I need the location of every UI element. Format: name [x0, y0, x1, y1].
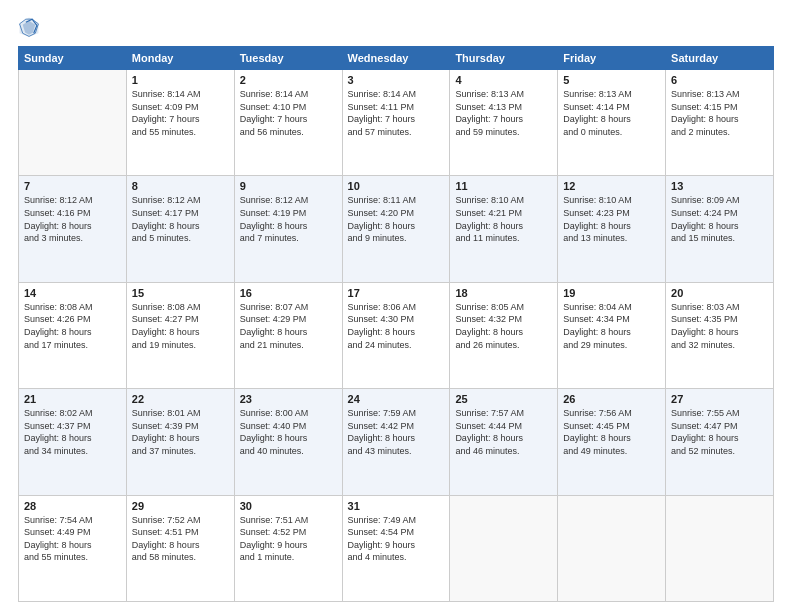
day-number: 12 [563, 180, 660, 192]
day-info: Sunrise: 7:59 AM Sunset: 4:42 PM Dayligh… [348, 407, 445, 457]
weekday-header-saturday: Saturday [666, 47, 774, 70]
day-info: Sunrise: 8:13 AM Sunset: 4:14 PM Dayligh… [563, 88, 660, 138]
day-info: Sunrise: 7:54 AM Sunset: 4:49 PM Dayligh… [24, 514, 121, 564]
day-info: Sunrise: 7:55 AM Sunset: 4:47 PM Dayligh… [671, 407, 768, 457]
day-info: Sunrise: 8:14 AM Sunset: 4:09 PM Dayligh… [132, 88, 229, 138]
day-info: Sunrise: 8:13 AM Sunset: 4:15 PM Dayligh… [671, 88, 768, 138]
day-number: 25 [455, 393, 552, 405]
day-info: Sunrise: 7:57 AM Sunset: 4:44 PM Dayligh… [455, 407, 552, 457]
calendar-cell: 23Sunrise: 8:00 AM Sunset: 4:40 PM Dayli… [234, 389, 342, 495]
calendar-cell [450, 495, 558, 601]
day-info: Sunrise: 8:07 AM Sunset: 4:29 PM Dayligh… [240, 301, 337, 351]
calendar-cell: 12Sunrise: 8:10 AM Sunset: 4:23 PM Dayli… [558, 176, 666, 282]
calendar-week-row: 28Sunrise: 7:54 AM Sunset: 4:49 PM Dayli… [19, 495, 774, 601]
weekday-header-monday: Monday [126, 47, 234, 70]
weekday-header-sunday: Sunday [19, 47, 127, 70]
calendar-cell: 19Sunrise: 8:04 AM Sunset: 4:34 PM Dayli… [558, 282, 666, 388]
day-number: 15 [132, 287, 229, 299]
day-number: 23 [240, 393, 337, 405]
day-info: Sunrise: 8:08 AM Sunset: 4:27 PM Dayligh… [132, 301, 229, 351]
day-number: 26 [563, 393, 660, 405]
calendar-cell: 4Sunrise: 8:13 AM Sunset: 4:13 PM Daylig… [450, 70, 558, 176]
calendar-cell: 29Sunrise: 7:52 AM Sunset: 4:51 PM Dayli… [126, 495, 234, 601]
day-number: 3 [348, 74, 445, 86]
day-info: Sunrise: 8:10 AM Sunset: 4:21 PM Dayligh… [455, 194, 552, 244]
calendar-cell: 7Sunrise: 8:12 AM Sunset: 4:16 PM Daylig… [19, 176, 127, 282]
day-info: Sunrise: 8:14 AM Sunset: 4:10 PM Dayligh… [240, 88, 337, 138]
day-info: Sunrise: 8:00 AM Sunset: 4:40 PM Dayligh… [240, 407, 337, 457]
day-info: Sunrise: 8:13 AM Sunset: 4:13 PM Dayligh… [455, 88, 552, 138]
day-number: 6 [671, 74, 768, 86]
logo [18, 16, 42, 38]
day-info: Sunrise: 8:12 AM Sunset: 4:17 PM Dayligh… [132, 194, 229, 244]
day-info: Sunrise: 7:52 AM Sunset: 4:51 PM Dayligh… [132, 514, 229, 564]
day-number: 16 [240, 287, 337, 299]
weekday-header-row: SundayMondayTuesdayWednesdayThursdayFrid… [19, 47, 774, 70]
day-number: 14 [24, 287, 121, 299]
calendar-cell: 26Sunrise: 7:56 AM Sunset: 4:45 PM Dayli… [558, 389, 666, 495]
day-info: Sunrise: 8:04 AM Sunset: 4:34 PM Dayligh… [563, 301, 660, 351]
day-info: Sunrise: 7:49 AM Sunset: 4:54 PM Dayligh… [348, 514, 445, 564]
calendar-cell: 22Sunrise: 8:01 AM Sunset: 4:39 PM Dayli… [126, 389, 234, 495]
day-number: 4 [455, 74, 552, 86]
day-info: Sunrise: 8:10 AM Sunset: 4:23 PM Dayligh… [563, 194, 660, 244]
calendar-cell: 18Sunrise: 8:05 AM Sunset: 4:32 PM Dayli… [450, 282, 558, 388]
calendar-cell: 24Sunrise: 7:59 AM Sunset: 4:42 PM Dayli… [342, 389, 450, 495]
calendar-cell [666, 495, 774, 601]
calendar-cell: 21Sunrise: 8:02 AM Sunset: 4:37 PM Dayli… [19, 389, 127, 495]
calendar-week-row: 7Sunrise: 8:12 AM Sunset: 4:16 PM Daylig… [19, 176, 774, 282]
logo-icon [18, 16, 40, 38]
day-number: 30 [240, 500, 337, 512]
calendar-cell: 17Sunrise: 8:06 AM Sunset: 4:30 PM Dayli… [342, 282, 450, 388]
calendar-cell: 31Sunrise: 7:49 AM Sunset: 4:54 PM Dayli… [342, 495, 450, 601]
day-info: Sunrise: 8:12 AM Sunset: 4:19 PM Dayligh… [240, 194, 337, 244]
calendar-cell: 6Sunrise: 8:13 AM Sunset: 4:15 PM Daylig… [666, 70, 774, 176]
day-number: 8 [132, 180, 229, 192]
calendar-cell: 10Sunrise: 8:11 AM Sunset: 4:20 PM Dayli… [342, 176, 450, 282]
calendar-cell: 20Sunrise: 8:03 AM Sunset: 4:35 PM Dayli… [666, 282, 774, 388]
day-info: Sunrise: 8:12 AM Sunset: 4:16 PM Dayligh… [24, 194, 121, 244]
day-info: Sunrise: 7:56 AM Sunset: 4:45 PM Dayligh… [563, 407, 660, 457]
day-number: 28 [24, 500, 121, 512]
calendar-cell: 2Sunrise: 8:14 AM Sunset: 4:10 PM Daylig… [234, 70, 342, 176]
day-number: 20 [671, 287, 768, 299]
calendar-cell: 25Sunrise: 7:57 AM Sunset: 4:44 PM Dayli… [450, 389, 558, 495]
calendar-week-row: 21Sunrise: 8:02 AM Sunset: 4:37 PM Dayli… [19, 389, 774, 495]
day-number: 1 [132, 74, 229, 86]
calendar-cell: 1Sunrise: 8:14 AM Sunset: 4:09 PM Daylig… [126, 70, 234, 176]
day-number: 24 [348, 393, 445, 405]
calendar-cell: 14Sunrise: 8:08 AM Sunset: 4:26 PM Dayli… [19, 282, 127, 388]
calendar-cell: 9Sunrise: 8:12 AM Sunset: 4:19 PM Daylig… [234, 176, 342, 282]
calendar-cell: 3Sunrise: 8:14 AM Sunset: 4:11 PM Daylig… [342, 70, 450, 176]
calendar-cell: 28Sunrise: 7:54 AM Sunset: 4:49 PM Dayli… [19, 495, 127, 601]
calendar-cell: 15Sunrise: 8:08 AM Sunset: 4:27 PM Dayli… [126, 282, 234, 388]
day-number: 29 [132, 500, 229, 512]
day-number: 18 [455, 287, 552, 299]
calendar-cell [558, 495, 666, 601]
calendar-cell: 11Sunrise: 8:10 AM Sunset: 4:21 PM Dayli… [450, 176, 558, 282]
day-number: 17 [348, 287, 445, 299]
weekday-header-wednesday: Wednesday [342, 47, 450, 70]
calendar-cell: 16Sunrise: 8:07 AM Sunset: 4:29 PM Dayli… [234, 282, 342, 388]
day-number: 7 [24, 180, 121, 192]
day-number: 19 [563, 287, 660, 299]
weekday-header-tuesday: Tuesday [234, 47, 342, 70]
day-number: 5 [563, 74, 660, 86]
calendar-cell: 27Sunrise: 7:55 AM Sunset: 4:47 PM Dayli… [666, 389, 774, 495]
calendar-cell: 30Sunrise: 7:51 AM Sunset: 4:52 PM Dayli… [234, 495, 342, 601]
calendar-table: SundayMondayTuesdayWednesdayThursdayFrid… [18, 46, 774, 602]
calendar-cell: 13Sunrise: 8:09 AM Sunset: 4:24 PM Dayli… [666, 176, 774, 282]
calendar-cell [19, 70, 127, 176]
day-info: Sunrise: 8:06 AM Sunset: 4:30 PM Dayligh… [348, 301, 445, 351]
calendar-week-row: 1Sunrise: 8:14 AM Sunset: 4:09 PM Daylig… [19, 70, 774, 176]
day-number: 2 [240, 74, 337, 86]
day-info: Sunrise: 8:09 AM Sunset: 4:24 PM Dayligh… [671, 194, 768, 244]
day-number: 10 [348, 180, 445, 192]
day-info: Sunrise: 8:02 AM Sunset: 4:37 PM Dayligh… [24, 407, 121, 457]
day-number: 13 [671, 180, 768, 192]
day-number: 9 [240, 180, 337, 192]
day-number: 22 [132, 393, 229, 405]
day-info: Sunrise: 8:08 AM Sunset: 4:26 PM Dayligh… [24, 301, 121, 351]
page: SundayMondayTuesdayWednesdayThursdayFrid… [0, 0, 792, 612]
day-info: Sunrise: 8:01 AM Sunset: 4:39 PM Dayligh… [132, 407, 229, 457]
